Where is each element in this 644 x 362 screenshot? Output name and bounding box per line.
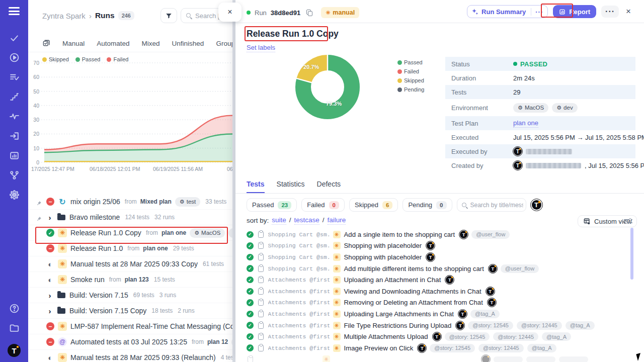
run-list-item[interactable]: –↻mix origin 25/06fromMixed plan⚙test33 … xyxy=(28,194,232,210)
tests-search[interactable] xyxy=(457,198,526,212)
test-suite: Shopping Cart @sm... xyxy=(268,242,330,249)
pulse-icon[interactable] xyxy=(9,111,20,122)
run-meta: 15 tests xyxy=(154,276,175,283)
confetti-icon: ✳ xyxy=(333,310,341,318)
set-labels-link[interactable]: Set labels xyxy=(247,44,275,52)
run-list-item[interactable]: ◐✳Smoke runfromplan 12315 tests xyxy=(28,272,232,288)
run-list-item[interactable]: ◐✳Manual tests at 28 Mar 2025 09:33 Copy… xyxy=(28,256,232,272)
run-list-item[interactable]: –✳Release Run 1.0fromplan one29 tests xyxy=(28,241,232,256)
sort-link-testcase[interactable]: testcase xyxy=(294,216,319,225)
filter-label: Pending xyxy=(408,201,432,209)
test-row[interactable]: ✓Shopping Cart @sm...✳Add a single item … xyxy=(247,229,634,240)
run-list-item[interactable]: ›Bravo milestone124 tests32 runs xyxy=(28,210,232,225)
test-tag: @user_flow xyxy=(501,264,539,273)
test-passed-icon: ✓ xyxy=(247,231,254,238)
play-circle-icon[interactable] xyxy=(9,52,20,63)
check-icon[interactable] xyxy=(9,33,20,44)
filter-pending-button[interactable]: Pending0 xyxy=(403,198,452,212)
panel-close-button[interactable]: × xyxy=(218,3,242,22)
run-title: Build: Version 7.15 Copy xyxy=(69,307,146,315)
test-row[interactable]: ✓Shopping Cart @sm...✳Shopping with plac… xyxy=(247,240,634,252)
test-row[interactable]: ✓Attachments @first✳Removing or Deleting… xyxy=(247,297,634,309)
run-plan-link[interactable]: plan 123 xyxy=(125,276,149,283)
tab-defects[interactable]: Defects xyxy=(317,180,341,193)
tests-search-input[interactable] xyxy=(470,202,523,209)
list-check-icon[interactable] xyxy=(9,72,20,83)
run-plan-link[interactable]: plan one xyxy=(143,245,168,252)
help-icon[interactable] xyxy=(9,303,20,314)
test-row[interactable]: ✓Attachments @first✳Multiple Attachments… xyxy=(247,331,634,342)
tab-tests[interactable]: Tests xyxy=(247,180,265,193)
run-list-item[interactable]: ◐✳Manual tests at 28 Mar 2025 09:33 (Rel… xyxy=(28,350,232,362)
run-list-item[interactable]: –✳LMP-587 Implement Real-Time Chat Messa… xyxy=(28,319,232,334)
steps-icon[interactable] xyxy=(9,92,20,103)
runs-tab-automated[interactable]: Automated xyxy=(97,40,129,47)
run-plan-link[interactable]: Mixed plan xyxy=(140,198,172,205)
more-actions-button[interactable]: ··· xyxy=(601,6,619,18)
test-row[interactable]: ✓Attachments @first✳Image Preview on Cli… xyxy=(247,342,634,354)
runs-tab-manual[interactable]: Manual xyxy=(62,40,85,47)
run-list-item[interactable]: ›Build: Version 7.15 Copy18 tests2 runs xyxy=(28,303,232,319)
run-summary-more-button[interactable]: ··· xyxy=(531,8,547,16)
run-list-item[interactable]: ✓✳Release Run 1.0 Copyfromplan one⚙MacOS… xyxy=(28,225,232,241)
donut-skipped-label: 20.7% xyxy=(303,64,319,70)
gear-icon[interactable] xyxy=(9,190,20,201)
test-passed-icon: ✓ xyxy=(247,288,254,295)
run-plan-link[interactable]: plan 12 xyxy=(207,338,228,345)
assignee-avatar[interactable]: T xyxy=(531,199,542,211)
test-row[interactable]: ✓Attachments @first✳Viewing and Download… xyxy=(247,286,634,297)
detail-row: ExecutedJul 15, 2025 5:56 PM → Jul 15, 2… xyxy=(445,130,635,144)
test-passed-icon: ✓ xyxy=(247,311,254,318)
filter-skipped-button[interactable]: Skipped6 xyxy=(349,198,398,212)
testcase-icon xyxy=(258,265,264,272)
runs-tab-unfinished[interactable]: Unfinished xyxy=(172,40,204,47)
test-suite: Shopping Cart @sm... xyxy=(268,254,330,260)
expand-chevron-icon[interactable]: › xyxy=(46,213,53,222)
bulk-select-icon[interactable] xyxy=(42,39,50,47)
test-assignee-avatar: T xyxy=(459,230,468,239)
test-row[interactable]: ✓Attachments @first✳File Type Restrictio… xyxy=(247,320,634,331)
filter-button[interactable] xyxy=(160,8,177,23)
scrollbar-thumb[interactable] xyxy=(630,228,633,280)
test-row[interactable]: ✓Attachments @first✳Uploading an Attachm… xyxy=(247,274,634,286)
gear-icon: ⚙ xyxy=(518,105,523,111)
menu-icon[interactable] xyxy=(9,7,20,15)
runs-tab-mixed[interactable]: Mixed xyxy=(142,40,160,47)
filter-failed-button[interactable]: Failed0 xyxy=(301,198,345,212)
test-row[interactable]: ✓Shopping Cart @sm...✳Add multiple diffe… xyxy=(247,263,634,275)
breadcrumb-project[interactable]: Zyntra Spark xyxy=(42,12,86,20)
run-list-item[interactable]: –@Automated tests at 03 Jul 2025 13:25fr… xyxy=(28,334,232,350)
expand-chevron-icon[interactable]: › xyxy=(46,291,53,300)
run-plan-link[interactable]: plan one xyxy=(162,229,186,236)
branch-icon[interactable] xyxy=(9,170,20,181)
test-plan-link[interactable]: plan one xyxy=(513,119,538,128)
y-axis-tick: 60 xyxy=(28,74,39,80)
run-meta: 3 runs xyxy=(159,292,176,299)
close-icon[interactable]: × xyxy=(624,7,633,17)
test-title: Uploading an Attachment in Chat xyxy=(344,276,441,284)
view-options-icon[interactable] xyxy=(624,217,632,225)
report-button[interactable]: Report xyxy=(553,5,596,18)
logo-avatar[interactable]: T xyxy=(8,344,21,357)
tab-statistics[interactable]: Statistics xyxy=(277,180,305,193)
expand-chevron-icon[interactable]: › xyxy=(46,307,53,315)
sort-link-suite[interactable]: suite xyxy=(272,216,286,225)
sign-in-icon[interactable] xyxy=(9,131,20,142)
test-passed-icon: ✓ xyxy=(247,242,254,249)
filter-passed-button[interactable]: Passed23 xyxy=(247,198,297,212)
copy-icon[interactable] xyxy=(306,10,313,16)
report-icon[interactable] xyxy=(9,150,20,161)
pin-icon xyxy=(36,199,42,205)
test-row[interactable]: ✓Shopping Cart @sm...✳Shopping with plac… xyxy=(247,251,634,263)
test-row[interactable]: ✓Attachments @first✳Uploading Large Atta… xyxy=(247,308,634,320)
folder-icon[interactable] xyxy=(9,323,20,334)
sort-link-failure[interactable]: failure xyxy=(328,216,346,225)
run-summary-button[interactable]: Run Summary ··· xyxy=(467,5,548,18)
run-title: mix origin 25/06 xyxy=(70,198,120,206)
breadcrumb-section[interactable]: Runs xyxy=(95,11,115,20)
run-title: Release Run 1.0 Copy xyxy=(247,29,339,39)
run-list-item[interactable]: ›Build: Version 7.1569 tests3 runs xyxy=(28,288,232,303)
runs-tab-groups[interactable]: Groups xyxy=(216,40,232,47)
run-label: Run xyxy=(255,9,267,17)
status-partial-icon: ◐ xyxy=(46,260,54,268)
